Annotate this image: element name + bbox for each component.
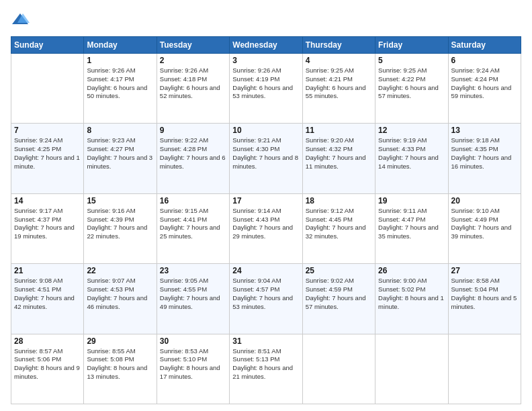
calendar-cell: 10 Sunrise: 9:21 AM Sunset: 4:30 PM Dayl… [230, 124, 302, 193]
day-number: 29 [87, 336, 153, 346]
sunrise-text: Sunrise: 9:19 AM [378, 136, 445, 145]
sunset-text: Sunset: 5:06 PM [14, 355, 81, 364]
sunset-text: Sunset: 4:39 PM [87, 216, 153, 224]
sunrise-text: Sunrise: 9:07 AM [87, 277, 153, 285]
calendar-cell [375, 334, 448, 404]
weekday-header-tuesday: Tuesday [157, 37, 229, 54]
daylight-text: Daylight: 7 hours and 32 minutes. [306, 224, 372, 241]
daylight-text: Daylight: 7 hours and 1 minute. [14, 154, 81, 171]
calendar-cell: 19 Sunrise: 9:11 AM Sunset: 4:47 PM Dayl… [375, 193, 448, 263]
sunrise-text: Sunrise: 9:25 AM [306, 66, 372, 75]
sunrise-text: Sunrise: 9:17 AM [14, 207, 81, 216]
sunset-text: Sunset: 4:43 PM [232, 216, 299, 224]
calendar-cell [11, 54, 84, 124]
daylight-text: Daylight: 7 hours and 53 minutes. [232, 294, 299, 312]
daylight-text: Daylight: 7 hours and 19 minutes. [14, 224, 81, 241]
calendar-cell: 2 Sunrise: 9:26 AM Sunset: 4:18 PM Dayli… [157, 54, 229, 124]
day-number: 17 [232, 196, 299, 205]
sunrise-text: Sunrise: 9:23 AM [87, 136, 153, 145]
daylight-text: Daylight: 8 hours and 9 minutes. [14, 364, 81, 381]
calendar-cell: 25 Sunrise: 9:02 AM Sunset: 4:59 PM Dayl… [302, 264, 375, 334]
calendar-table: SundayMondayTuesdayWednesdayThursdayFrid… [11, 36, 521, 404]
daylight-text: Daylight: 8 hours and 13 minutes. [87, 364, 153, 381]
calendar-cell: 1 Sunrise: 9:26 AM Sunset: 4:17 PM Dayli… [84, 54, 157, 124]
sunrise-text: Sunrise: 9:10 AM [451, 207, 518, 216]
day-number: 22 [87, 266, 153, 275]
page: SundayMondayTuesdayWednesdayThursdayFrid… [0, 0, 532, 411]
sunrise-text: Sunrise: 9:21 AM [232, 136, 299, 145]
sunset-text: Sunset: 4:53 PM [87, 285, 153, 294]
sunset-text: Sunset: 5:13 PM [232, 355, 299, 364]
day-number: 7 [14, 126, 81, 135]
day-number: 18 [306, 196, 372, 205]
sunset-text: Sunset: 4:51 PM [14, 285, 81, 294]
calendar-cell: 6 Sunrise: 9:24 AM Sunset: 4:24 PM Dayli… [448, 54, 521, 124]
daylight-text: Daylight: 8 hours and 21 minutes. [232, 364, 299, 381]
daylight-text: Daylight: 7 hours and 46 minutes. [87, 294, 153, 312]
day-number: 13 [451, 126, 518, 135]
sunset-text: Sunset: 4:37 PM [14, 216, 81, 224]
sunrise-text: Sunrise: 9:26 AM [87, 66, 153, 75]
sunset-text: Sunset: 5:02 PM [378, 285, 445, 294]
calendar-cell: 8 Sunrise: 9:23 AM Sunset: 4:27 PM Dayli… [84, 124, 157, 193]
calendar-cell: 4 Sunrise: 9:25 AM Sunset: 4:21 PM Dayli… [302, 54, 375, 124]
calendar-cell: 11 Sunrise: 9:20 AM Sunset: 4:32 PM Dayl… [302, 124, 375, 193]
day-number: 2 [160, 56, 226, 65]
day-number: 11 [306, 126, 372, 135]
daylight-text: Daylight: 7 hours and 14 minutes. [378, 154, 445, 171]
sunset-text: Sunset: 5:10 PM [160, 355, 226, 364]
daylight-text: Daylight: 7 hours and 3 minutes. [87, 154, 153, 171]
sunrise-text: Sunrise: 9:26 AM [232, 66, 299, 75]
day-number: 26 [378, 266, 445, 275]
weekday-header-sunday: Sunday [11, 37, 84, 54]
calendar-cell: 16 Sunrise: 9:15 AM Sunset: 4:41 PM Dayl… [157, 193, 229, 263]
calendar-cell: 23 Sunrise: 9:05 AM Sunset: 4:55 PM Dayl… [157, 264, 229, 334]
daylight-text: Daylight: 7 hours and 57 minutes. [306, 294, 372, 312]
sunrise-text: Sunrise: 8:53 AM [160, 347, 226, 356]
calendar-cell: 21 Sunrise: 9:08 AM Sunset: 4:51 PM Dayl… [11, 264, 84, 334]
day-number: 4 [306, 56, 372, 65]
calendar-cell: 24 Sunrise: 9:04 AM Sunset: 4:57 PM Dayl… [230, 264, 302, 334]
calendar-cell: 22 Sunrise: 9:07 AM Sunset: 4:53 PM Dayl… [84, 264, 157, 334]
sunrise-text: Sunrise: 9:24 AM [451, 66, 518, 75]
daylight-text: Daylight: 6 hours and 55 minutes. [306, 84, 372, 101]
sunrise-text: Sunrise: 9:22 AM [160, 136, 226, 145]
weekday-header-row: SundayMondayTuesdayWednesdayThursdayFrid… [11, 37, 521, 54]
calendar-cell: 9 Sunrise: 9:22 AM Sunset: 4:28 PM Dayli… [157, 124, 229, 193]
calendar-cell: 28 Sunrise: 8:57 AM Sunset: 5:06 PM Dayl… [11, 334, 84, 404]
sunset-text: Sunset: 4:59 PM [306, 285, 372, 294]
sunrise-text: Sunrise: 9:14 AM [232, 207, 299, 216]
daylight-text: Daylight: 7 hours and 6 minutes. [160, 154, 226, 171]
sunset-text: Sunset: 4:35 PM [451, 145, 518, 154]
day-number: 3 [232, 56, 299, 65]
weekday-header-monday: Monday [84, 37, 157, 54]
day-number: 27 [451, 266, 518, 275]
week-row-2: 14 Sunrise: 9:17 AM Sunset: 4:37 PM Dayl… [11, 193, 521, 263]
day-number: 16 [160, 196, 226, 205]
sunrise-text: Sunrise: 9:26 AM [160, 66, 226, 75]
week-row-1: 7 Sunrise: 9:24 AM Sunset: 4:25 PM Dayli… [11, 124, 521, 193]
daylight-text: Daylight: 6 hours and 59 minutes. [451, 84, 518, 101]
daylight-text: Daylight: 7 hours and 8 minutes. [232, 154, 299, 171]
weekday-header-friday: Friday [375, 37, 448, 54]
sunset-text: Sunset: 4:55 PM [160, 285, 226, 294]
sunset-text: Sunset: 4:22 PM [378, 75, 445, 84]
sunset-text: Sunset: 4:17 PM [87, 75, 153, 84]
sunrise-text: Sunrise: 9:08 AM [14, 277, 81, 285]
calendar-cell [302, 334, 375, 404]
logo [11, 11, 32, 30]
daylight-text: Daylight: 8 hours and 1 minute. [378, 294, 445, 312]
sunset-text: Sunset: 4:27 PM [87, 145, 153, 154]
day-number: 31 [232, 336, 299, 346]
sunrise-text: Sunrise: 8:57 AM [14, 347, 81, 356]
weekday-header-wednesday: Wednesday [230, 37, 302, 54]
calendar-cell: 13 Sunrise: 9:18 AM Sunset: 4:35 PM Dayl… [448, 124, 521, 193]
daylight-text: Daylight: 6 hours and 52 minutes. [160, 84, 226, 101]
sunrise-text: Sunrise: 9:24 AM [14, 136, 81, 145]
calendar-cell: 27 Sunrise: 8:58 AM Sunset: 5:04 PM Dayl… [448, 264, 521, 334]
daylight-text: Daylight: 6 hours and 53 minutes. [232, 84, 299, 101]
daylight-text: Daylight: 6 hours and 57 minutes. [378, 84, 445, 101]
week-row-0: 1 Sunrise: 9:26 AM Sunset: 4:17 PM Dayli… [11, 54, 521, 124]
calendar-cell: 26 Sunrise: 9:00 AM Sunset: 5:02 PM Dayl… [375, 264, 448, 334]
day-number: 5 [378, 56, 445, 65]
